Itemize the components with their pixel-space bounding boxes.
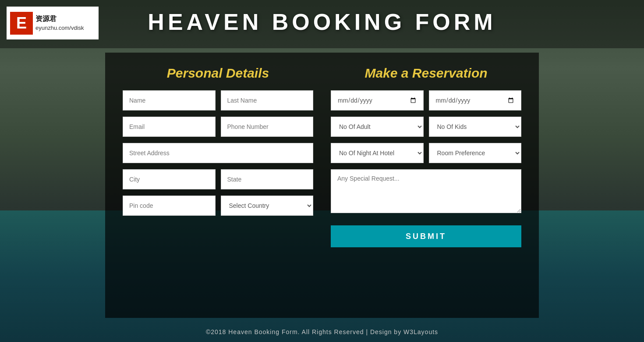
personal-section-title: Personal Details <box>123 66 313 81</box>
submit-button[interactable]: SUBMIT <box>331 225 521 247</box>
nights-select[interactable]: No Of Night At Hotel 1 2 3 4 5 6 7 <box>331 143 424 163</box>
form-sections: Personal Details Select Country <box>123 66 521 305</box>
state-input[interactable] <box>221 169 314 189</box>
name-row <box>123 90 313 110</box>
pincode-country-row: Select Country United States United King… <box>123 196 313 216</box>
personal-details-section: Personal Details Select Country <box>123 66 313 305</box>
dates-row <box>331 90 521 110</box>
reservation-section: Make a Reservation No Of Adult 1 2 3 4 5… <box>331 66 521 305</box>
street-row <box>123 143 313 163</box>
guests-row: No Of Adult 1 2 3 4 5 No Of Kids 0 1 2 3… <box>331 117 521 137</box>
form-container: Personal Details Select Country <box>105 53 539 318</box>
footer: ©2018 Heaven Booking Form. All Rights Re… <box>0 328 644 335</box>
contact-row <box>123 117 313 137</box>
city-input[interactable] <box>123 169 216 189</box>
room-select[interactable]: Room Preference Single Room Double Room … <box>429 143 522 163</box>
country-select[interactable]: Select Country United States United King… <box>221 196 314 216</box>
checkin-date-input[interactable] <box>331 90 424 110</box>
page-title: HEAVEN BOOKING FORM <box>0 9 644 35</box>
checkout-date-input[interactable] <box>429 90 522 110</box>
street-input[interactable] <box>123 143 313 163</box>
nights-room-row: No Of Night At Hotel 1 2 3 4 5 6 7 Room … <box>331 143 521 163</box>
pincode-input[interactable] <box>123 196 216 216</box>
last-name-input[interactable] <box>221 90 314 110</box>
email-input[interactable] <box>123 117 216 137</box>
special-request-textarea[interactable] <box>331 169 521 213</box>
kids-select[interactable]: No Of Kids 0 1 2 3 4 <box>429 117 522 137</box>
special-request-row <box>331 169 521 213</box>
reservation-section-title: Make a Reservation <box>331 66 521 81</box>
first-name-input[interactable] <box>123 90 216 110</box>
phone-input[interactable] <box>221 117 314 137</box>
adults-select[interactable]: No Of Adult 1 2 3 4 5 <box>331 117 424 137</box>
city-state-row <box>123 169 313 189</box>
